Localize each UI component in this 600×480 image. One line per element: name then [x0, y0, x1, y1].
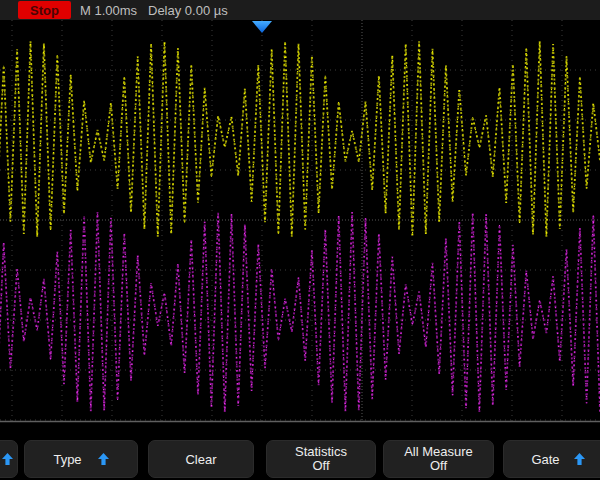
menu-button-type[interactable]: Type: [24, 440, 138, 478]
menu-button-gate[interactable]: Gate: [503, 440, 600, 478]
menu-button-all-measure[interactable]: All Measure Off: [383, 440, 494, 478]
trigger-position-marker[interactable]: [252, 21, 272, 33]
waveform-display: [0, 20, 600, 423]
menu-button-label: Statistics: [295, 444, 347, 459]
ch1-trace: [0, 41, 600, 237]
menu-page-button[interactable]: [0, 440, 18, 478]
delay-label: Delay 0.00 µs: [148, 0, 228, 20]
ch2-trace: [0, 212, 600, 412]
up-arrow-icon: [98, 453, 109, 465]
run-state-badge: Stop: [18, 1, 71, 19]
menu-button-label: Gate: [531, 452, 559, 467]
menu-button-sublabel: Off: [312, 458, 329, 473]
status-bar: Stop M 1.00ms Delay 0.00 µs: [0, 0, 600, 20]
menu-button-statistics[interactable]: Statistics Off: [266, 440, 376, 478]
oscilloscope-screen: Stop M 1.00ms Delay 0.00 µs Type Clear S…: [0, 0, 600, 480]
softkey-menu: Type Clear Statistics Off All Measure Of…: [0, 423, 600, 480]
up-arrow-icon: [574, 453, 585, 465]
menu-button-label: Clear: [185, 452, 216, 467]
up-arrow-icon: [2, 453, 13, 465]
menu-button-label: Type: [53, 452, 81, 467]
menu-button-clear[interactable]: Clear: [148, 440, 254, 478]
menu-button-sublabel: Off: [430, 458, 447, 473]
menu-button-label: All Measure: [404, 444, 473, 459]
timebase-label: M 1.00ms: [80, 0, 137, 20]
